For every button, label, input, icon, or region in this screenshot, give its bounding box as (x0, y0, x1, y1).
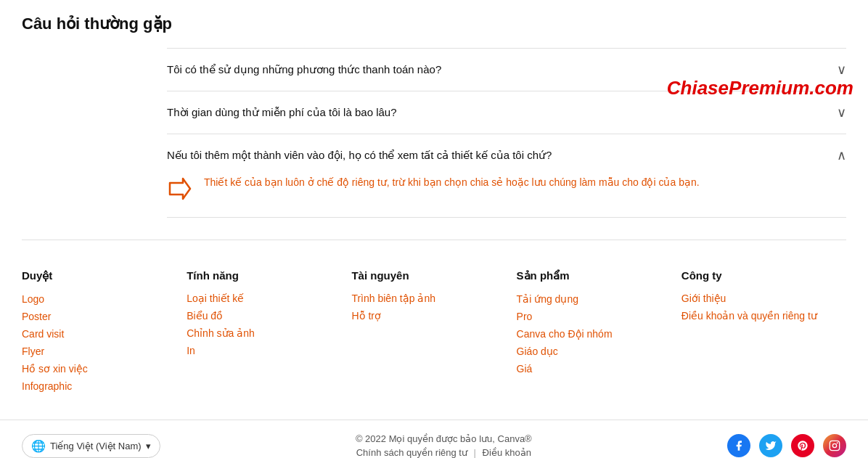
globe-icon: 🌐 (31, 439, 46, 453)
list-item: Pro (517, 311, 681, 322)
faq-question-2: Thời gian dùng thử miễn phí của tôi là b… (167, 106, 830, 119)
terms-link[interactable]: Điều khoản (483, 447, 531, 458)
footer-col-title-1: Tính năng (187, 269, 351, 282)
footer-link-pro[interactable]: Pro (517, 311, 533, 322)
list-item: Infographic (22, 380, 187, 392)
footer-link-chinh-sua[interactable]: Chỉnh sửa ảnh (187, 327, 255, 339)
list-item: Card visit (22, 328, 187, 340)
footer-col-title-4: Công ty (681, 269, 846, 282)
faq-question-row-1[interactable]: Tôi có thể sử dụng những phương thức tha… (167, 62, 846, 78)
footer-col-duyet: Duyệt Logo Poster Card visit Flyer Hồ sơ… (22, 269, 187, 398)
privacy-link[interactable]: Chính sách quyền riêng tư (356, 447, 467, 458)
list-item: In (187, 345, 351, 356)
footer-col-tai-nguyen: Tài nguyên Trình biên tập ảnh Hỗ trợ (351, 269, 516, 398)
svg-point-3 (837, 442, 838, 443)
svg-point-2 (832, 443, 836, 447)
footer-col-cong-ty: Công ty Giới thiệu Điều khoản và quyền r… (681, 269, 846, 398)
chevron-down-icon: ▾ (146, 441, 151, 451)
list-item: Điều khoản và quyền riêng tư (681, 310, 846, 322)
faq-items: Tôi có thể sử dụng những phương thức tha… (167, 48, 846, 218)
footer-link-card-visit[interactable]: Card visit (22, 328, 64, 340)
footer-link-infographic[interactable]: Infographic (22, 380, 72, 392)
pinterest-icon[interactable] (791, 434, 814, 457)
list-item: Trình biên tập ảnh (351, 293, 516, 304)
faq-section: Câu hỏi thường gặp Tôi có thể sử dụng nh… (0, 0, 868, 240)
list-item: Loại thiết kế (187, 293, 351, 304)
list-item: Giới thiệu (681, 293, 846, 304)
faq-question-1: Tôi có thể sử dụng những phương thức tha… (167, 63, 830, 76)
footer-link-poster[interactable]: Poster (22, 311, 51, 322)
footer-col-list-4: Giới thiệu Điều khoản và quyền riêng tư (681, 293, 846, 322)
footer-link-loai-thiet-ke[interactable]: Loại thiết kế (187, 293, 244, 304)
list-item: Flyer (22, 345, 187, 357)
faq-question-row-3[interactable]: Nếu tôi thêm một thành viên vào đội, họ … (167, 147, 846, 163)
footer-link-trinh-bien-tap[interactable]: Trình biên tập ảnh (351, 293, 435, 304)
footer-col-list-2: Trình biên tập ảnh Hỗ trợ (351, 293, 516, 322)
instagram-icon[interactable] (823, 434, 846, 457)
copyright-area: © 2022 Mọi quyền được bảo lưu, Canva® Ch… (356, 433, 532, 458)
faq-item-2: Thời gian dùng thử miễn phí của tôi là b… (167, 91, 846, 134)
twitter-icon[interactable] (759, 434, 782, 457)
footer-col-list-0: Logo Poster Card visit Flyer Hồ sơ xin v… (22, 293, 187, 392)
footer-link-gia[interactable]: Giá (517, 363, 533, 375)
faq-answer-3: Thiết kế của bạn luôn ở chế độ riêng tư,… (204, 174, 700, 190)
footer-link-ho-tro[interactable]: Hỗ trợ (351, 310, 381, 322)
faq-answer-row-3: Thiết kế của bạn luôn ở chế độ riêng tư,… (167, 174, 846, 204)
list-item: Biểu đồ (187, 310, 351, 322)
svg-rect-1 (830, 441, 839, 450)
faq-chevron-2: ∨ (837, 105, 846, 120)
list-item: Hỗ trợ (351, 310, 516, 322)
faq-item-3: Nếu tôi thêm một thành viên vào đội, họ … (167, 134, 846, 218)
footer-link-bieu-do[interactable]: Biểu đồ (187, 310, 223, 322)
bottom-footer: 🌐 Tiếng Việt (Việt Nam) ▾ © 2022 Mọi quy… (0, 420, 868, 458)
footer-link-doi-nhom[interactable]: Canva cho Đội nhóm (517, 328, 613, 340)
page-wrapper: Câu hỏi thường gặp Tôi có thể sử dụng nh… (0, 0, 868, 458)
social-icons (727, 434, 846, 457)
faq-chevron-3: ∧ (837, 147, 846, 163)
list-item: Giáo dục (517, 345, 681, 357)
footer-col-title-3: Sản phẩm (517, 269, 681, 282)
list-item: Logo (22, 293, 187, 305)
faq-question-3: Nếu tôi thêm một thành viên vào đội, họ … (167, 149, 830, 162)
footer-col-list-3: Tải ứng dụng Pro Canva cho Đội nhóm Giáo… (517, 293, 681, 375)
facebook-icon[interactable] (727, 434, 750, 457)
faq-title: Câu hỏi thường gặp (22, 15, 846, 33)
arrow-right-icon (167, 176, 193, 204)
list-item: Giá (517, 363, 681, 375)
lang-selector[interactable]: 🌐 Tiếng Việt (Việt Nam) ▾ (22, 434, 160, 458)
footer-link-flyer[interactable]: Flyer (22, 345, 44, 357)
footer-col-title-2: Tài nguyên (351, 269, 516, 282)
copyright-text: © 2022 Mọi quyền được bảo lưu, Canva® (356, 433, 532, 444)
footer-col-title-0: Duyệt (22, 269, 187, 282)
list-item: Tải ứng dụng (517, 293, 681, 305)
faq-item-1: Tôi có thể sử dụng những phương thức tha… (167, 48, 846, 91)
footer-link-giao-duc[interactable]: Giáo dục (517, 345, 558, 357)
list-item: Hồ sơ xin việc (22, 363, 187, 375)
footer-link-logo[interactable]: Logo (22, 293, 44, 305)
lang-label: Tiếng Việt (Việt Nam) (50, 441, 142, 451)
footer-links: Duyệt Logo Poster Card visit Flyer Hồ sơ… (0, 240, 868, 420)
footer-col-list-1: Loại thiết kế Biểu đồ Chỉnh sửa ảnh In (187, 293, 351, 356)
footer-link-in[interactable]: In (187, 345, 195, 356)
list-item: Canva cho Đội nhóm (517, 328, 681, 340)
faq-question-row-2[interactable]: Thời gian dùng thử miễn phí của tôi là b… (167, 105, 846, 120)
footer-link-dieu-khoan[interactable]: Điều khoản và quyền riêng tư (681, 310, 817, 322)
footer-col-tinh-nang: Tính năng Loại thiết kế Biểu đồ Chỉnh sử… (187, 269, 351, 398)
footer-col-san-pham: Sản phẩm Tải ứng dụng Pro Canva cho Đội … (517, 269, 681, 398)
list-item: Chỉnh sửa ảnh (187, 327, 351, 339)
svg-marker-0 (170, 179, 190, 199)
faq-chevron-1: ∨ (837, 62, 846, 78)
footer-link-tai-ung-dung[interactable]: Tải ứng dụng (517, 293, 578, 305)
footer-link-gioi-thieu[interactable]: Giới thiệu (681, 293, 726, 304)
footer-link-ho-so[interactable]: Hồ sơ xin việc (22, 363, 88, 375)
separator: | (474, 447, 479, 458)
copyright-links: Chính sách quyền riêng tư | Điều khoản (356, 447, 532, 458)
list-item: Poster (22, 311, 187, 322)
